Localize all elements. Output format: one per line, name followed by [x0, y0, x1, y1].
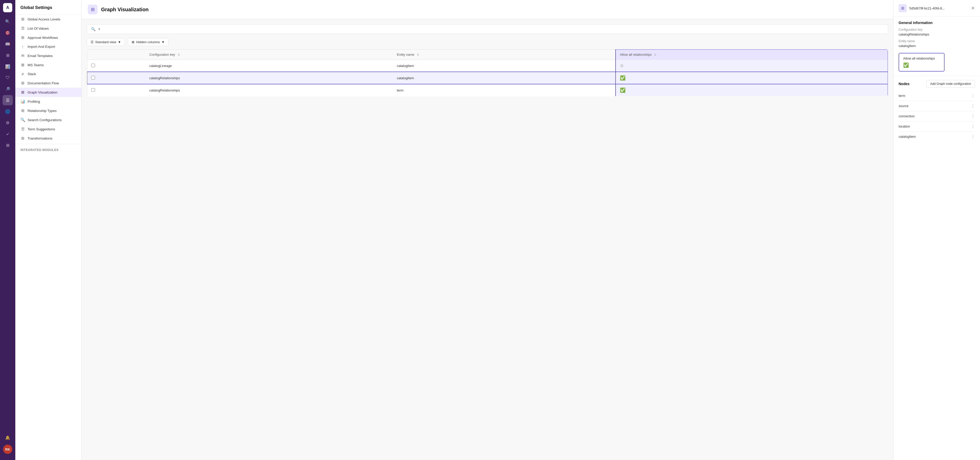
- sidebar-item-ms-teams[interactable]: ⊠ MS Teams: [15, 60, 81, 70]
- gear-nav-icon[interactable]: ⚙: [3, 118, 13, 128]
- app-logo[interactable]: A: [3, 3, 12, 12]
- rp-nodes-section: Nodes Add Graph node configuration term …: [894, 76, 980, 146]
- rp-allow-all-box-title: Allow all relationships: [903, 56, 940, 60]
- sidebar-item-relationship-types[interactable]: ⊞ Relationship Types: [15, 106, 81, 115]
- shield-nav-icon[interactable]: 🛡: [3, 73, 13, 83]
- node-label-location: location: [899, 125, 910, 128]
- search2-nav-icon[interactable]: 🔎: [3, 84, 13, 94]
- sidebar-item-graph-visualization[interactable]: ⊞ Graph Visualization: [15, 88, 81, 97]
- standard-view-chevron: ▼: [118, 40, 121, 44]
- icon-bar: A 🔍 🎯 📖 ⊞ 📊 🛡 🔎 ☰ 🌐 ⚙ ✓ ⊞ 🔔 RK: [0, 0, 15, 460]
- list-values-icon: ☰: [21, 26, 25, 31]
- rp-general-info-section: General information Configuration key ca…: [894, 17, 980, 76]
- rp-entity-name-value: catalogItem: [899, 44, 975, 48]
- search-bar[interactable]: 🔍 ▼: [87, 24, 888, 34]
- th-checkbox: [87, 50, 145, 60]
- node-item-connection[interactable]: connection ⋮: [899, 111, 975, 121]
- main-content: ⊞ Graph Visualization 🔍 ▼ ☰ Standard vie…: [82, 0, 893, 460]
- ms-teams-icon: ⊠: [21, 62, 25, 67]
- node-label-catalogitem: catalogItem: [899, 135, 916, 139]
- node-menu-source[interactable]: ⋮: [971, 104, 975, 109]
- sidebar-item-import-export[interactable]: ↑ Import And Export: [15, 42, 81, 51]
- table-row[interactable]: catalogLineage catalogItem ⊗: [87, 60, 888, 72]
- globe-nav-icon[interactable]: 🌐: [3, 106, 13, 117]
- search-nav-icon[interactable]: 🔍: [3, 16, 13, 27]
- rp-header-icon: ⊞: [899, 4, 907, 12]
- td-allow-all-1: ⊗: [616, 60, 888, 72]
- sidebar-item-transformations[interactable]: ⊞ Transformations: [15, 134, 81, 143]
- rp-entity-name-field: Entity name catalogItem: [899, 39, 975, 48]
- td-checkbox-1[interactable]: [87, 60, 145, 72]
- sidebar-item-email-templates[interactable]: ✉ Email Templates: [15, 51, 81, 60]
- list-nav-icon[interactable]: ☰: [3, 95, 13, 105]
- plus-nav-icon[interactable]: ⊞: [3, 140, 13, 150]
- layers-nav-icon[interactable]: ⊞: [3, 50, 13, 60]
- sidebar-label-approval: Approval Workflows: [27, 36, 58, 40]
- sidebar-label-doc-flow: Documentation Flow: [27, 81, 59, 85]
- main-header-title: Graph Visualization: [101, 6, 148, 13]
- sidebar-label-graph-viz: Graph Visualization: [27, 91, 57, 94]
- th-entity-name[interactable]: Entity name ⇅: [393, 50, 616, 60]
- book-nav-icon[interactable]: 📖: [3, 39, 13, 49]
- chart-nav-icon[interactable]: 📊: [3, 61, 13, 72]
- relationship-types-icon: ⊞: [21, 109, 25, 113]
- th-entity-name-sort: ⇅: [417, 53, 419, 56]
- main-header: ⊞ Graph Visualization: [82, 0, 893, 19]
- sidebar-item-documentation-flow[interactable]: ⊞ Documentation Flow: [15, 78, 81, 88]
- rp-nodes-header: Nodes Add Graph node configuration: [899, 80, 975, 88]
- hidden-columns-button[interactable]: ⊠ Hidden columns ▼: [128, 38, 169, 46]
- standard-view-icon: ☰: [91, 40, 94, 44]
- sidebar-label-global-access: Global Access Levels: [27, 18, 60, 21]
- td-allow-all-3: ✅: [616, 84, 888, 96]
- row3-checkbox[interactable]: [91, 88, 95, 92]
- allow-all-true-icon: ✅: [620, 75, 625, 80]
- rp-general-info-title: General information: [899, 21, 975, 25]
- node-item-term[interactable]: term ⋮: [899, 91, 975, 101]
- td-checkbox-3[interactable]: [87, 84, 145, 96]
- sidebar-label-ms-teams: MS Teams: [27, 63, 44, 67]
- node-menu-location[interactable]: ⋮: [971, 124, 975, 129]
- global-access-icon: ⊞: [21, 17, 25, 21]
- standard-view-button[interactable]: ☰ Standard view ▼: [87, 38, 125, 46]
- sidebar-label-profiling: Profiling: [27, 100, 40, 104]
- search-chevron[interactable]: ▼: [97, 27, 101, 31]
- row1-checkbox[interactable]: [91, 64, 95, 67]
- sidebar-label-email: Email Templates: [27, 54, 53, 58]
- table-row[interactable]: catalogRelationships catalogItem ✅: [87, 72, 888, 84]
- node-menu-catalogitem[interactable]: ⋮: [971, 134, 975, 139]
- sidebar-item-profiling[interactable]: 📊 Profiling: [15, 97, 81, 106]
- th-config-key[interactable]: Configuration key ⇅: [145, 50, 393, 60]
- sidebar-item-slack[interactable]: # Slack: [15, 70, 81, 78]
- rp-close-button[interactable]: ✕: [971, 5, 975, 11]
- check-nav-icon[interactable]: ✓: [3, 129, 13, 139]
- node-item-catalogitem[interactable]: catalogItem ⋮: [899, 132, 975, 142]
- td-config-key-3: catalogRelationships: [145, 84, 393, 96]
- node-menu-connection[interactable]: ⋮: [971, 114, 975, 118]
- bell-nav-icon[interactable]: 🔔: [3, 433, 13, 442]
- th-allow-all-sort: ⇅: [654, 53, 656, 56]
- td-allow-all-2: ✅: [616, 72, 888, 84]
- row2-checkbox[interactable]: [91, 76, 95, 80]
- target-nav-icon[interactable]: 🎯: [3, 27, 13, 38]
- add-graph-node-button[interactable]: Add Graph node configuration: [926, 80, 975, 88]
- integrated-modules-label: Integrated Modules: [15, 145, 81, 153]
- sidebar-item-approval-workflows[interactable]: ⊞ Approval Workflows: [15, 33, 81, 42]
- td-checkbox-2[interactable]: [87, 72, 145, 84]
- allow-all-true-icon-2: ✅: [620, 88, 625, 93]
- sidebar-item-global-access-levels[interactable]: ⊞ Global Access Levels: [15, 14, 81, 24]
- td-config-key-1: catalogLineage: [145, 60, 393, 72]
- hidden-columns-label: Hidden columns: [136, 40, 160, 44]
- rp-header-title: 5d5d679f-bc21-40fd-8...: [909, 6, 969, 10]
- sidebar-label-search-config: Search Configurations: [27, 118, 62, 122]
- sidebar-item-search-configurations[interactable]: 🔍 Search Configurations: [15, 115, 81, 125]
- user-avatar[interactable]: RK: [3, 445, 12, 454]
- node-item-source[interactable]: source ⋮: [899, 101, 975, 111]
- th-allow-all[interactable]: Allow all relationships ⇅: [616, 50, 888, 60]
- toolbar: ☰ Standard view ▼ ⊠ Hidden columns ▼: [87, 38, 888, 46]
- table-row[interactable]: catalogRelationships term ✅: [87, 84, 888, 96]
- node-menu-term[interactable]: ⋮: [971, 93, 975, 98]
- right-panel: ⊞ 5d5d679f-bc21-40fd-8... ✕ General info…: [893, 0, 980, 460]
- node-item-location[interactable]: location ⋮: [899, 121, 975, 132]
- sidebar-item-term-suggestions[interactable]: ☰ Term Suggestions: [15, 125, 81, 134]
- sidebar-item-list-of-values[interactable]: ☰ List Of Values: [15, 24, 81, 33]
